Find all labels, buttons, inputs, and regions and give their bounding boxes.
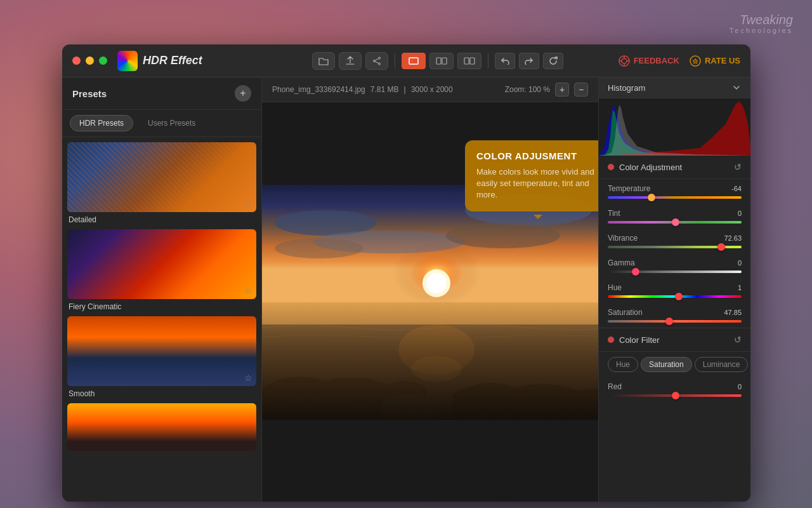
histogram-canvas bbox=[599, 98, 750, 156]
zoom-in-button[interactable]: + bbox=[555, 83, 569, 97]
zoom-level: Zoom: 100 % bbox=[505, 85, 550, 94]
maximize-button[interactable] bbox=[99, 57, 107, 65]
vibrance-label: Vibrance bbox=[608, 234, 638, 243]
red-thumb[interactable] bbox=[672, 392, 679, 399]
open-folder-button[interactable] bbox=[312, 52, 335, 70]
zoom-controls: Zoom: 100 % + − bbox=[505, 83, 588, 97]
histogram-header: Histogram bbox=[599, 77, 750, 98]
hue-thumb[interactable] bbox=[675, 293, 683, 300]
feedback-button[interactable]: FEEDBACK bbox=[619, 55, 679, 67]
hue-slider[interactable] bbox=[608, 295, 742, 298]
preset-label-fiery: Fiery Cinematic bbox=[67, 302, 256, 311]
toolbar-right: FEEDBACK RATE US bbox=[619, 55, 740, 67]
temperature-thumb[interactable] bbox=[648, 194, 655, 201]
gamma-slider[interactable] bbox=[608, 271, 742, 273]
temperature-slider[interactable] bbox=[608, 196, 742, 199]
saturation-row: Saturation 47.85 bbox=[599, 303, 750, 328]
color-filter-label: Color Filter bbox=[619, 335, 729, 345]
gamma-thumb[interactable] bbox=[632, 268, 639, 276]
minimize-button[interactable] bbox=[86, 57, 94, 65]
color-adjustment-header: Color Adjustment ↺ bbox=[599, 156, 750, 179]
red-label: Red bbox=[608, 382, 622, 391]
saturation-label: Saturation bbox=[608, 308, 643, 317]
svg-point-13 bbox=[622, 58, 627, 64]
preset-star-smooth[interactable]: ☆ bbox=[244, 373, 252, 383]
preset-item-fiery[interactable]: ☆ Fiery Cinematic bbox=[67, 229, 256, 311]
tab-users-presets[interactable]: Users Presets bbox=[138, 115, 205, 131]
vibrance-thumb[interactable] bbox=[717, 243, 725, 251]
tint-thumb[interactable] bbox=[672, 218, 679, 226]
temperature-row: Temperature -64 bbox=[599, 179, 750, 204]
brand-watermark: Tweaking Technologies bbox=[730, 13, 793, 34]
tooltip-text: Make colors look more vivid and easily s… bbox=[476, 166, 598, 201]
feedback-icon bbox=[619, 55, 630, 67]
presets-title: Presets bbox=[72, 88, 107, 99]
feedback-label: FEEDBACK bbox=[634, 56, 679, 65]
vibrance-slider[interactable] bbox=[608, 246, 742, 248]
svg-point-23 bbox=[426, 273, 447, 293]
tab-hdr-presets[interactable]: HDR Presets bbox=[70, 115, 133, 131]
gamma-value: 0 bbox=[738, 259, 742, 267]
preset-star-detailed[interactable]: ☆ bbox=[244, 199, 252, 209]
svg-rect-8 bbox=[442, 58, 447, 64]
preset-item-4[interactable] bbox=[67, 403, 256, 451]
view-split-v-button[interactable] bbox=[429, 53, 454, 69]
filter-tab-hue[interactable]: Hue bbox=[608, 357, 638, 372]
tint-label: Tint bbox=[608, 209, 620, 218]
filesize: 7.81 MB bbox=[370, 85, 399, 94]
temperature-value: -64 bbox=[731, 185, 742, 192]
svg-rect-6 bbox=[410, 59, 414, 63]
close-button[interactable] bbox=[72, 57, 81, 65]
tint-slider[interactable] bbox=[608, 221, 742, 224]
add-preset-button[interactable]: + bbox=[235, 85, 251, 102]
svg-rect-20 bbox=[262, 324, 598, 420]
zoom-out-button[interactable]: − bbox=[574, 83, 588, 97]
canvas-info-bar: Phone_img_333692414.jpg 7.81 MB | 3000 x… bbox=[262, 77, 598, 102]
undo-button[interactable] bbox=[495, 53, 515, 69]
window-controls bbox=[72, 57, 107, 65]
redo-button[interactable] bbox=[519, 53, 539, 69]
histogram-dropdown-icon[interactable] bbox=[731, 83, 742, 93]
color-filter-reset[interactable]: ↺ bbox=[734, 335, 742, 345]
svg-rect-10 bbox=[470, 58, 475, 64]
tint-value: 0 bbox=[738, 210, 742, 217]
refresh-button[interactable] bbox=[543, 53, 563, 69]
color-adjustment-reset[interactable]: ↺ bbox=[734, 162, 742, 172]
filter-tabs: Hue Saturation Luminance bbox=[599, 352, 750, 377]
hue-label: Hue bbox=[608, 283, 622, 292]
dimensions: 3000 x 2000 bbox=[411, 85, 453, 94]
share-button[interactable] bbox=[365, 52, 388, 70]
preset-star-fiery[interactable]: ☆ bbox=[244, 286, 252, 296]
preset-item-detailed[interactable]: ☆ Detailed bbox=[67, 142, 256, 224]
saturation-thumb[interactable] bbox=[665, 318, 673, 325]
preset-tabs: HDR Presets Users Presets bbox=[62, 110, 261, 137]
color-adjustment-tooltip: COLOR ADJUSMENT Make colors look more vi… bbox=[465, 140, 598, 211]
view-split-h-button[interactable] bbox=[457, 53, 481, 69]
tint-row: Tint 0 bbox=[599, 204, 750, 229]
vibrance-row: Vibrance 72.63 bbox=[599, 229, 750, 253]
image-canvas[interactable]: COLOR ADJUSMENT Make colors look more vi… bbox=[262, 102, 598, 502]
svg-point-30 bbox=[411, 356, 462, 382]
rate-us-button[interactable]: RATE US bbox=[690, 55, 740, 67]
sidebar-header: Presets + bbox=[62, 77, 261, 110]
red-value: 0 bbox=[738, 383, 742, 391]
vibrance-value: 72.63 bbox=[724, 234, 742, 242]
tooltip-title: COLOR ADJUSMENT bbox=[476, 150, 598, 161]
hue-value: 1 bbox=[738, 284, 742, 291]
preset-label-smooth: Smooth bbox=[67, 389, 256, 398]
filter-tab-saturation[interactable]: Saturation bbox=[641, 357, 692, 372]
histogram-section: Histogram bbox=[599, 77, 750, 156]
saturation-slider[interactable] bbox=[608, 320, 742, 323]
view-single-button[interactable] bbox=[402, 53, 426, 69]
red-slider[interactable] bbox=[608, 394, 742, 397]
preset-item-smooth[interactable]: ☆ Smooth bbox=[67, 316, 256, 398]
rate-us-label: RATE US bbox=[705, 56, 740, 65]
svg-rect-7 bbox=[436, 58, 441, 64]
app-title: HDR Effect bbox=[143, 54, 202, 67]
filter-tab-luminance[interactable]: Luminance bbox=[695, 357, 749, 372]
export-button[interactable] bbox=[339, 52, 362, 70]
right-panel: Histogram bbox=[598, 77, 750, 502]
app-logo-icon bbox=[117, 51, 138, 71]
toolbar-separator-2 bbox=[488, 53, 488, 69]
temperature-label: Temperature bbox=[608, 184, 650, 193]
